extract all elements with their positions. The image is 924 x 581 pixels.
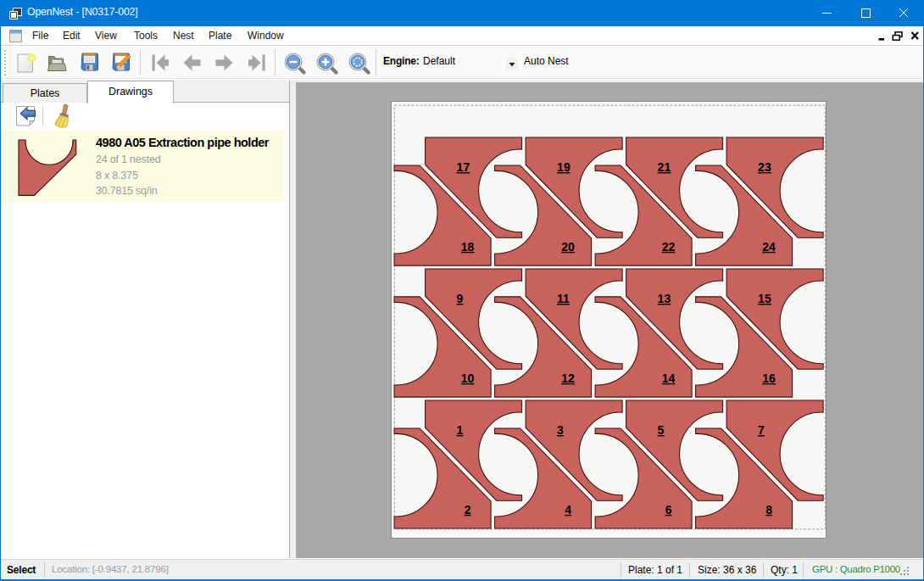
svg-text:6: 6 — [665, 503, 672, 517]
svg-text:16: 16 — [762, 372, 776, 385]
svg-text:17: 17 — [457, 160, 470, 174]
svg-text:3: 3 — [557, 423, 564, 437]
svg-text:2: 2 — [465, 503, 471, 517]
svg-text:7: 7 — [758, 423, 765, 437]
svg-text:1: 1 — [457, 423, 464, 437]
svg-text:23: 23 — [758, 160, 771, 174]
svg-text:19: 19 — [557, 160, 571, 174]
svg-text:11: 11 — [557, 292, 570, 305]
svg-text:22: 22 — [662, 240, 676, 254]
svg-text:24: 24 — [762, 240, 776, 254]
svg-text:8: 8 — [765, 503, 772, 517]
svg-text:10: 10 — [461, 372, 475, 385]
svg-text:13: 13 — [658, 292, 671, 305]
svg-text:5: 5 — [658, 423, 665, 437]
svg-text:21: 21 — [658, 160, 671, 174]
svg-text:9: 9 — [457, 292, 464, 305]
svg-text:12: 12 — [561, 372, 575, 385]
svg-text:4: 4 — [565, 503, 571, 517]
svg-text:15: 15 — [758, 292, 771, 305]
svg-text:20: 20 — [561, 240, 575, 254]
svg-text:18: 18 — [461, 240, 475, 254]
svg-text:14: 14 — [662, 372, 676, 385]
